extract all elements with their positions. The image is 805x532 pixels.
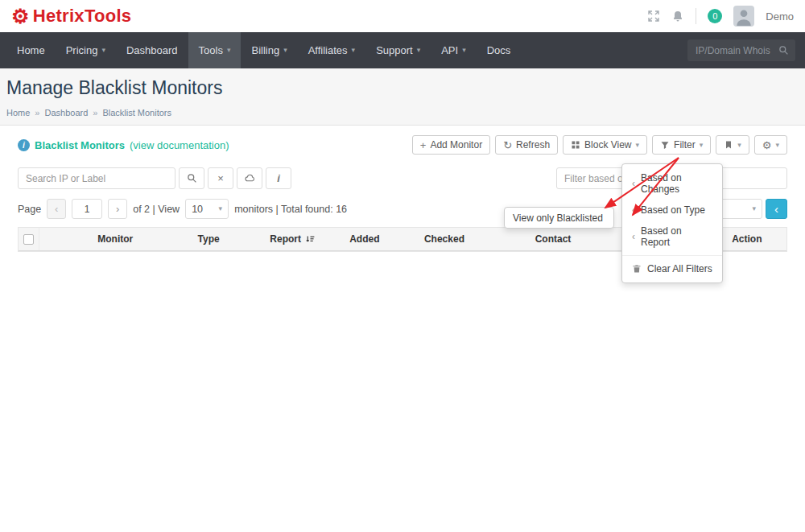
nav-api[interactable]: API▾: [431, 32, 477, 68]
info-icon: i: [277, 172, 280, 184]
plus-icon: +: [420, 140, 427, 151]
search-icon[interactable]: [778, 45, 789, 56]
page-label: Page: [18, 204, 41, 215]
user-menu[interactable]: Demo: [766, 10, 794, 23]
chevron-left-icon: ‹: [632, 179, 635, 188]
per-page-select[interactable]: 10 ▾: [185, 199, 229, 219]
breadcrumb-dashboard[interactable]: Dashboard: [44, 108, 88, 118]
refresh-icon: ↻: [503, 140, 512, 151]
col-type[interactable]: Type: [192, 228, 264, 250]
search-icon: [187, 173, 197, 184]
nav-home[interactable]: Home: [6, 32, 56, 68]
page-of-label: of 2 | View: [133, 204, 180, 215]
chevron-left-icon: ‹: [632, 205, 635, 215]
filter-based-on-type[interactable]: ‹ Based on Type: [622, 200, 722, 221]
nav-dashboard[interactable]: Dashboard: [116, 32, 188, 68]
whois-search-box: [687, 39, 795, 61]
breadcrumb-separator: »: [93, 108, 97, 118]
nav-docs[interactable]: Docs: [477, 32, 522, 68]
section-heading: i Blacklist Monitors (view documentation…: [18, 139, 229, 151]
col-report[interactable]: Report: [263, 228, 343, 250]
page-head: Manage Blacklist Monitors Home » Dashboa…: [0, 68, 805, 126]
prev-page-button[interactable]: ‹: [47, 199, 66, 219]
toolbar: i Blacklist Monitors (view documentation…: [18, 135, 787, 155]
caret-down-icon: ▾: [227, 47, 231, 54]
page-title: Manage Blacklist Monitors: [6, 77, 799, 99]
col-monitor[interactable]: Monitor: [39, 228, 192, 250]
trash-icon: [632, 264, 642, 274]
caret-down-icon: ▾: [775, 142, 779, 149]
info-button[interactable]: i: [266, 167, 291, 189]
cloud-button[interactable]: [237, 167, 262, 189]
settings-button[interactable]: ⚙ ▾: [754, 135, 787, 155]
col-checked[interactable]: Checked: [418, 228, 529, 250]
block-view-button[interactable]: Block View ▾: [563, 135, 647, 155]
collapse-panel-button[interactable]: ‹: [766, 199, 787, 219]
caret-down-icon: ▾: [737, 142, 741, 149]
filter-based-on-report[interactable]: ‹ Based on Report: [622, 221, 722, 253]
nav-pricing[interactable]: Pricing▾: [56, 32, 116, 68]
fullscreen-icon[interactable]: [647, 10, 660, 23]
col-action: Action: [725, 228, 786, 250]
breadcrumb-separator: »: [35, 108, 39, 118]
gear-icon: ⚙: [762, 140, 772, 151]
top-header: ⚙ HetrixTools 0 Demo: [0, 0, 805, 32]
nav-support[interactable]: Support▾: [365, 32, 431, 68]
add-monitor-button[interactable]: + Add Monitor: [412, 135, 490, 155]
caret-down-icon: ▾: [219, 205, 223, 212]
caret-down-icon: ▾: [352, 47, 356, 54]
notification-count-badge[interactable]: 0: [708, 9, 722, 23]
nav-tools[interactable]: Tools▾: [188, 32, 242, 68]
cloud-icon: [245, 173, 255, 184]
search-button[interactable]: [179, 167, 204, 189]
sort-icon[interactable]: [305, 234, 316, 245]
caret-down-icon: ▾: [417, 47, 421, 54]
info-icon: i: [18, 139, 30, 151]
filter-dropdown-menu: ‹ Based on Changes ‹ Based on Type ‹ Bas…: [621, 163, 723, 283]
next-page-button[interactable]: ›: [108, 199, 127, 219]
filter-funnel-icon: [660, 140, 670, 150]
nav-affiliates[interactable]: Affiliates▾: [298, 32, 365, 68]
nav-billing[interactable]: Billing▾: [241, 32, 297, 68]
section-title: Blacklist Monitors: [35, 139, 125, 151]
caret-down-icon: ▾: [700, 142, 704, 149]
clear-search-button[interactable]: ×: [208, 167, 233, 189]
breadcrumb: Home » Dashboard » Blacklist Monitors: [6, 108, 799, 125]
filter-button[interactable]: Filter ▾: [652, 135, 711, 155]
grid-icon: [571, 140, 580, 150]
caret-down-icon: ▾: [101, 47, 105, 54]
col-added[interactable]: Added: [343, 228, 418, 250]
total-found-label: monitors | Total found: 16: [234, 204, 347, 215]
logo[interactable]: ⚙ HetrixTools: [11, 6, 131, 27]
caret-down-icon: ▾: [752, 205, 756, 212]
logo-text: HetrixTools: [33, 6, 132, 27]
filter-based-on-changes[interactable]: ‹ Based on Changes: [622, 167, 722, 200]
whois-search-input[interactable]: [694, 44, 778, 57]
caret-down-icon: ▾: [283, 47, 287, 54]
caret-down-icon: ▾: [462, 47, 466, 54]
select-all-checkbox[interactable]: [23, 234, 34, 245]
view-documentation-link[interactable]: (view documentation): [130, 139, 229, 151]
bookmark-button[interactable]: ▾: [716, 135, 749, 155]
caret-down-icon: ▾: [636, 142, 640, 149]
avatar[interactable]: [733, 6, 754, 27]
breadcrumb-current: Blacklist Monitors: [102, 108, 171, 118]
divider: [696, 8, 696, 24]
current-page-input[interactable]: [72, 199, 102, 219]
view-only-blacklisted-option[interactable]: View only Blacklisted: [504, 207, 614, 229]
clear-all-filters[interactable]: Clear All Filters: [622, 258, 722, 279]
logo-gear-icon: ⚙: [11, 6, 30, 27]
chevron-left-icon: ‹: [632, 232, 635, 241]
close-icon: ×: [217, 172, 224, 184]
bookmark-icon: [724, 140, 733, 150]
main-nav: Home Pricing▾ Dashboard Tools▾ Billing▾ …: [0, 32, 805, 68]
menu-divider: [622, 255, 722, 256]
breadcrumb-home[interactable]: Home: [6, 108, 30, 118]
search-input[interactable]: [18, 167, 175, 189]
refresh-button[interactable]: ↻ Refresh: [495, 135, 558, 155]
notifications-bell-icon[interactable]: [671, 10, 684, 23]
